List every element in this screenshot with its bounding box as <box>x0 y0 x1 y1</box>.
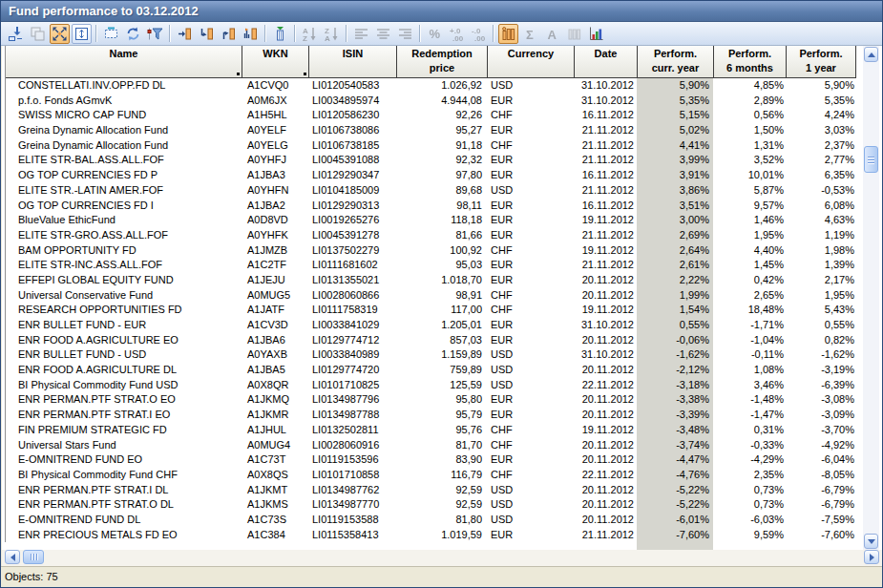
cell-name: ENR PERMAN.PTF STRAT.O EO <box>6 392 242 408</box>
cell-perform-curr-year: 3,51% <box>638 199 714 214</box>
select-columns-button[interactable] <box>498 24 518 44</box>
column-header-perform-curr-year[interactable]: Perform. curr. year <box>638 46 714 78</box>
cell-perform-curr-year: -5,22% <box>638 497 714 513</box>
cell-perform-1-year: 4,63% <box>787 213 856 228</box>
cell-perform-1-year: -0,53% <box>787 183 856 199</box>
cell-currency: EUR <box>488 273 575 288</box>
cell-perform-1-year: 1,98% <box>787 243 856 259</box>
table-row[interactable]: ELITE STR-GRO.ASS.ALL.FOFA0YHFKLI0045391… <box>6 228 856 243</box>
table-row[interactable]: Universal Stars FundA0MUG4LI002806091681… <box>6 438 856 453</box>
table-row[interactable]: ENR BULLET FUND - EURA1CV3DLI00338410291… <box>6 318 856 333</box>
table-row[interactable]: ENR PRECIOUS METALS FD EOA1C384LI0115358… <box>6 528 856 543</box>
column-header-redemption-price[interactable]: Redemption price <box>397 46 488 78</box>
column-header-isin[interactable]: ISIN <box>309 46 397 78</box>
column-header-wkn[interactable]: WKN <box>242 46 309 78</box>
column-header-date[interactable]: Date <box>575 46 638 78</box>
cell-redemption-price: 81,70 <box>397 438 488 453</box>
table-row[interactable]: BAM OPPORTUNITY FDA1JMZBLI0137502279100,… <box>6 243 856 259</box>
cell-isin: LI0028060866 <box>309 288 397 304</box>
table-row[interactable]: ELITE STR.-LATIN AMER.FOFA0YHFNLI0104185… <box>6 183 856 199</box>
cell-currency: USD <box>488 483 575 498</box>
cell-currency: USD <box>488 513 575 528</box>
table-row[interactable]: FIN PREMIUM STRATEGIC FDA1JHULLI01325028… <box>6 423 856 438</box>
table-row[interactable]: Universal Conservative FundA0MUG5LI00280… <box>6 288 856 304</box>
cell-name: EFFEPI GLOBAL EQUITY FUND <box>6 273 242 288</box>
table-row[interactable]: ENR BULLET FUND - USDA0YAXBLI00338409891… <box>6 347 856 363</box>
scroll-left-button[interactable] <box>5 550 20 564</box>
table-row[interactable]: SWISS MICRO CAP FUNDA1H5HLLI012058623092… <box>6 108 856 123</box>
table-row[interactable]: ENR FOOD A.AGRICULTURE EOA1JBA6LI0129774… <box>6 333 856 348</box>
column-header-name[interactable]: Name <box>6 46 242 78</box>
table-row[interactable]: ELITE STR-BAL.ASS.ALL.FOFA0YHFJLI0045391… <box>6 153 856 168</box>
table-row[interactable]: BI Physical Commodity Fund USDA0X8QRLI01… <box>6 378 856 393</box>
cell-date: 21.11.2012 <box>575 138 638 154</box>
scroll-right-button[interactable] <box>864 550 879 564</box>
export-icon <box>8 26 24 42</box>
scroll-down-button[interactable] <box>864 534 878 549</box>
vertical-scrollbar-thumb[interactable] <box>864 146 878 173</box>
cell-name: ENR BULLET FUND - USD <box>6 347 242 363</box>
table-row[interactable]: ENR PERMAN.PTF STRAT.O DLA1JKMSLI0134987… <box>6 497 856 513</box>
cell-name: OG TOP CURRENCIES FD P <box>6 168 242 183</box>
column-insert-button[interactable] <box>175 24 195 44</box>
svg-text:Σ: Σ <box>526 27 534 41</box>
cell-name: ENR BULLET FUND - EUR <box>6 318 242 333</box>
cell-perform-1-year: 4,24% <box>787 108 856 123</box>
table-row[interactable]: Greina Dynamic Allocation FundA0YELFLI01… <box>6 123 856 138</box>
align-right-button <box>395 24 415 44</box>
table-row[interactable]: Greina Dynamic Allocation FundA0YELGLI01… <box>6 138 856 154</box>
cell-perform-1-year: -6,04% <box>787 452 856 468</box>
column-header-perform-6-months[interactable]: Perform. 6 months <box>714 46 787 78</box>
cell-currency: CHF <box>488 243 575 259</box>
refresh-button[interactable] <box>123 24 143 44</box>
horizontal-scrollbar[interactable] <box>2 550 883 566</box>
cell-name: BI Physical Commodity Fund CHF <box>6 468 242 483</box>
column-distribution-button[interactable] <box>241 24 261 44</box>
column-header-perform-1-year[interactable]: Perform. 1 year <box>787 46 856 78</box>
cell-currency: USD <box>488 378 575 393</box>
cell-perform-1-year: -3,70% <box>787 423 856 438</box>
column-header-currency[interactable]: Currency <box>488 46 575 78</box>
cell-perform-curr-year: -4,47% <box>638 452 714 468</box>
table-row[interactable]: E-OMNITREND FUND DLA1C73SLI011915358881,… <box>6 513 856 528</box>
cell-currency: EUR <box>488 408 575 423</box>
table-row[interactable]: ENR PERMAN.PTF STRAT.I EOA1JKMRLI0134987… <box>6 408 856 423</box>
fit-columns-button[interactable] <box>50 24 70 44</box>
column-arrow-right-icon <box>177 26 193 42</box>
table-row[interactable]: ENR FOOD A.AGRICULTURE DLA1JBA5LI0129774… <box>6 363 856 378</box>
table-row[interactable]: OG TOP CURRENCIES FD IA1JBA2LI0129290313… <box>6 199 856 214</box>
scroll-up-button[interactable] <box>864 47 878 62</box>
table-row[interactable]: EFFEPI GLOBAL EQUITY FUNDA1JEJULI0131355… <box>6 273 856 288</box>
cell-redemption-price: 95,03 <box>397 258 488 273</box>
table-row[interactable]: ENR PERMAN.PTF STRAT.O EOA1JKMQLI0134987… <box>6 392 856 408</box>
table-row[interactable]: p.f.o. Fonds AGmvKA0M6JXLI00348959744.94… <box>6 94 856 109</box>
table-row[interactable]: ENR PERMAN.PTF STRAT.I DLA1JKMTLI0134987… <box>6 483 856 498</box>
fit-rows-button[interactable] <box>72 24 92 44</box>
chart-button[interactable] <box>586 24 606 44</box>
cell-redemption-price: 1.019,59 <box>397 528 488 543</box>
cell-perform-curr-year: 5,90% <box>638 78 714 94</box>
export-button[interactable] <box>6 24 26 44</box>
cell-currency: EUR <box>488 258 575 273</box>
table-row[interactable]: E-OMNITREND FUND EOA1C73TLI011915359683,… <box>6 452 856 468</box>
cell-perform-curr-year: -3,18% <box>638 378 714 393</box>
sort-descending-button: ZA <box>322 24 342 44</box>
cell-date: 20.11.2012 <box>575 408 638 423</box>
table-row[interactable]: CONSTELLATI.INV.OPP.FD DLA1CVQ0LI0120540… <box>6 78 856 94</box>
cell-isin: LI0129290313 <box>309 199 397 214</box>
column-calc-down-button[interactable] <box>197 24 217 44</box>
filter-button[interactable] <box>145 24 165 44</box>
hide-columns-button[interactable] <box>270 24 290 44</box>
horizontal-scrollbar-thumb[interactable] <box>23 550 44 564</box>
cell-date: 20.11.2012 <box>575 513 638 528</box>
table-row[interactable]: OG TOP CURRENCIES FD PA1JBA3LI0129290347… <box>6 168 856 183</box>
table-row[interactable]: BlueValue EthicFundA0D8VDLI0019265276118… <box>6 213 856 228</box>
table-row[interactable]: BI Physical Commodity Fund CHFA0X8QSLI01… <box>6 468 856 483</box>
cell-isin: LI0106738086 <box>309 123 397 138</box>
table-row[interactable]: ELITE STR-INC.ASS.ALL.FOFA1C2TFLI0111681… <box>6 258 856 273</box>
column-calc-up-button[interactable] <box>219 24 239 44</box>
new-view-button[interactable] <box>101 24 121 44</box>
cell-isin: LI0137502279 <box>309 243 397 259</box>
table-row[interactable]: RESEARCH OPPORTUNITIES FDA1JATFLI0111758… <box>6 303 856 318</box>
vertical-scrollbar[interactable] <box>863 46 879 550</box>
